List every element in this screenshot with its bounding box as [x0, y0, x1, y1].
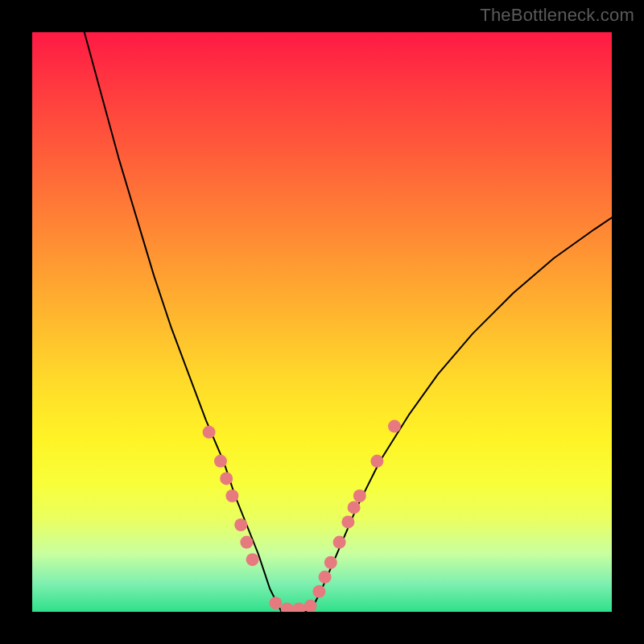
- watermark-text: TheBottleneck.com: [480, 5, 634, 26]
- marker-point: [281, 602, 294, 612]
- marker-point: [269, 597, 282, 609]
- marker-point: [203, 426, 216, 439]
- marker-point: [246, 553, 259, 566]
- marker-point: [292, 602, 305, 612]
- plot-area: [32, 32, 612, 612]
- marker-point: [341, 515, 354, 528]
- marker-point: [214, 455, 227, 468]
- chart-svg: [32, 32, 612, 612]
- marker-point: [353, 489, 366, 502]
- marker-point: [234, 518, 247, 531]
- marker-point: [240, 536, 253, 549]
- series-right-curve: [311, 217, 612, 612]
- marker-point: [370, 455, 383, 468]
- marker-point: [220, 472, 233, 485]
- series-left-curve: [85, 32, 282, 612]
- marker-point: [324, 556, 337, 569]
- series-markers: [203, 420, 401, 612]
- marker-point: [225, 489, 238, 502]
- marker-point: [319, 571, 332, 584]
- marker-point: [312, 585, 325, 598]
- chart-frame: TheBottleneck.com: [0, 0, 644, 644]
- marker-point: [348, 501, 361, 514]
- marker-point: [388, 420, 401, 433]
- marker-point: [333, 536, 346, 549]
